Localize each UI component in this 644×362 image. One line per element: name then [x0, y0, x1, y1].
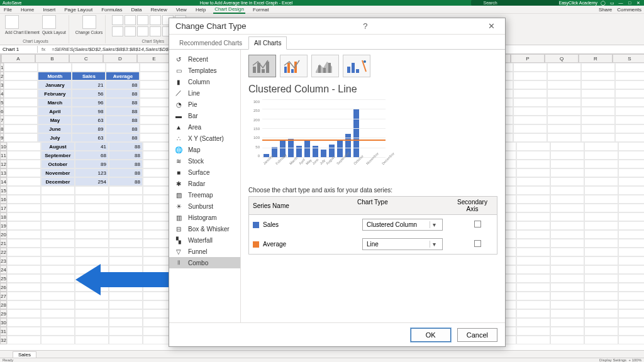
- cell[interactable]: [109, 309, 143, 318]
- cell[interactable]: [75, 336, 109, 344]
- category-recent[interactable]: ↺Recent: [169, 53, 240, 65]
- cell[interactable]: [615, 116, 644, 124]
- cell[interactable]: [584, 168, 618, 177]
- add-chart-element-icon[interactable]: [5, 15, 19, 29]
- tab-insert[interactable]: Insert: [42, 6, 57, 13]
- cell[interactable]: [618, 327, 644, 336]
- cell[interactable]: [513, 116, 547, 124]
- comments-button[interactable]: Comments: [617, 7, 641, 13]
- cell[interactable]: 63: [72, 133, 106, 142]
- tab-home[interactable]: Home: [19, 6, 35, 13]
- cell[interactable]: 89: [75, 160, 109, 168]
- cell[interactable]: [550, 151, 584, 160]
- cell[interactable]: [75, 186, 109, 195]
- tab-help[interactable]: Help: [194, 6, 207, 13]
- cell[interactable]: [516, 256, 550, 265]
- cell[interactable]: Average: [106, 72, 140, 80]
- column-header[interactable]: P: [511, 54, 545, 63]
- dialog-help-icon[interactable]: ?: [359, 20, 371, 32]
- category-funnel[interactable]: ▽Funnel: [169, 246, 240, 257]
- row-header[interactable]: 16: [0, 195, 7, 204]
- user-avatar-icon[interactable]: ◯: [600, 1, 606, 6]
- cell[interactable]: [516, 195, 550, 204]
- cell[interactable]: January: [38, 80, 72, 89]
- cell[interactable]: [618, 248, 644, 256]
- cell[interactable]: [7, 318, 41, 327]
- cell[interactable]: [513, 107, 547, 116]
- row-header[interactable]: 12: [0, 160, 7, 168]
- cell[interactable]: 89: [72, 124, 106, 133]
- row-header[interactable]: 14: [0, 177, 7, 186]
- cell[interactable]: March: [38, 98, 72, 107]
- cell[interactable]: [7, 309, 41, 318]
- cell[interactable]: [618, 318, 644, 327]
- cell[interactable]: [550, 309, 584, 318]
- tab-page-layout[interactable]: Page Layout: [63, 6, 94, 13]
- cell[interactable]: [516, 177, 550, 186]
- cell[interactable]: 68: [75, 151, 109, 160]
- cell[interactable]: [615, 133, 644, 142]
- column-header[interactable]: D: [103, 54, 137, 63]
- series-type-dropdown[interactable]: Line▾: [362, 238, 443, 250]
- column-header[interactable]: B: [35, 54, 69, 63]
- category-column[interactable]: ▮Column: [169, 76, 240, 87]
- cell[interactable]: 88: [109, 168, 143, 177]
- cell[interactable]: [618, 221, 644, 230]
- cell[interactable]: [75, 300, 109, 309]
- cell[interactable]: [550, 186, 584, 195]
- search-input[interactable]: Search: [471, 0, 559, 6]
- category-waterfall[interactable]: ▚Waterfall: [169, 234, 240, 246]
- cell[interactable]: [584, 265, 618, 274]
- cell[interactable]: [618, 204, 644, 212]
- cell[interactable]: [41, 274, 75, 283]
- cell[interactable]: 21: [72, 80, 106, 89]
- category-line[interactable]: ／Line: [169, 87, 240, 99]
- cell[interactable]: [618, 177, 644, 186]
- cell[interactable]: [615, 124, 644, 133]
- cell[interactable]: [41, 336, 75, 344]
- cell[interactable]: [584, 177, 618, 186]
- row-header[interactable]: 23: [0, 256, 7, 265]
- cell[interactable]: November: [41, 168, 75, 177]
- cell[interactable]: [109, 195, 143, 204]
- tab-data[interactable]: Data: [130, 6, 143, 13]
- cell[interactable]: [516, 186, 550, 195]
- cell[interactable]: [516, 248, 550, 256]
- fx-icon[interactable]: fx: [38, 47, 49, 52]
- cell[interactable]: [618, 300, 644, 309]
- cell[interactable]: 88: [106, 107, 140, 116]
- subtype-stacked-area-column[interactable]: [311, 55, 339, 77]
- cell[interactable]: [618, 151, 644, 160]
- cell[interactable]: [41, 256, 75, 265]
- category-area[interactable]: ▲Area: [169, 121, 240, 133]
- column-header[interactable]: C: [69, 54, 103, 63]
- cell[interactable]: [581, 133, 615, 142]
- cell[interactable]: [618, 256, 644, 265]
- category-sunburst[interactable]: ☀Sunburst: [169, 200, 240, 212]
- category-combo[interactable]: ⫴Combo: [169, 257, 240, 268]
- cell[interactable]: [615, 98, 644, 107]
- cell[interactable]: [618, 309, 644, 318]
- cell[interactable]: October: [41, 160, 75, 168]
- cell[interactable]: [75, 221, 109, 230]
- cell[interactable]: [584, 318, 618, 327]
- cell[interactable]: May: [38, 116, 72, 124]
- cell[interactable]: [547, 89, 581, 98]
- ok-button[interactable]: OK: [411, 328, 451, 342]
- cell[interactable]: [109, 300, 143, 309]
- cell[interactable]: [7, 160, 41, 168]
- cell[interactable]: [41, 186, 75, 195]
- cell[interactable]: [550, 239, 584, 248]
- cell[interactable]: 123: [75, 168, 109, 177]
- cell[interactable]: [584, 230, 618, 239]
- cell[interactable]: [106, 63, 140, 72]
- tab-formulas[interactable]: Formulas: [100, 6, 123, 13]
- cell[interactable]: [7, 336, 41, 344]
- subtype-custom-combo[interactable]: [343, 55, 370, 77]
- cell[interactable]: [516, 230, 550, 239]
- cell[interactable]: [584, 256, 618, 265]
- cell[interactable]: [516, 309, 550, 318]
- row-header[interactable]: 11: [0, 151, 7, 160]
- cell[interactable]: [41, 265, 75, 274]
- cell[interactable]: [4, 89, 38, 98]
